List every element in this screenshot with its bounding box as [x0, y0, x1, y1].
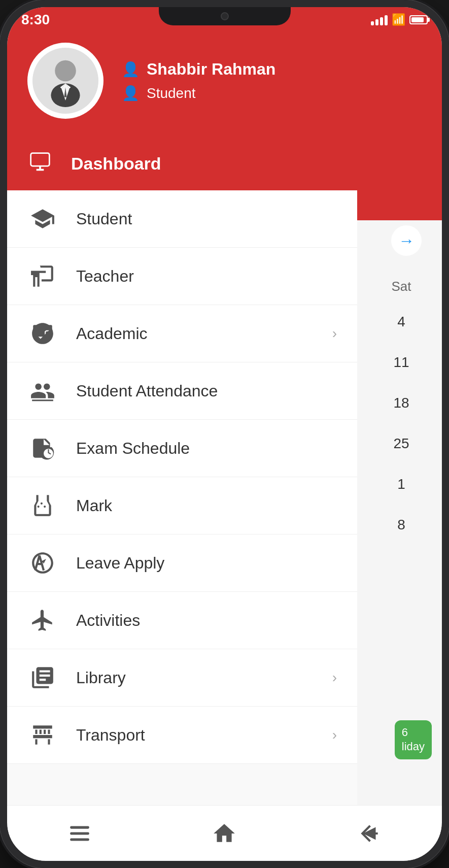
nav-menu-button[interactable] — [59, 813, 100, 854]
transport-chevron: › — [332, 727, 337, 743]
nav-back-button[interactable] — [349, 813, 390, 854]
library-label: Library — [76, 669, 314, 687]
user-name-text: Shabbir Rahman — [147, 60, 275, 79]
academic-icon — [27, 318, 58, 349]
avatar — [27, 43, 103, 119]
calendar-sat-header: Sat — [381, 271, 422, 302]
sidebar-item-exam[interactable]: Exam Schedule — [7, 420, 357, 477]
sidebar-item-leave[interactable]: Leave Apply — [7, 535, 357, 592]
user-role-icon: 👤 — [122, 85, 140, 102]
menu-list: Student Teacher — [7, 190, 357, 861]
dashboard-label: Dashboard — [71, 154, 161, 174]
student-label: Student — [76, 210, 337, 228]
sidebar-item-mark[interactable]: Mark — [7, 477, 357, 535]
holiday-badge: 6 liday — [395, 720, 432, 759]
svg-rect-7 — [31, 153, 50, 166]
home-icon — [212, 821, 237, 846]
academic-label: Academic — [76, 324, 314, 343]
library-icon — [27, 662, 58, 693]
sidebar: 👤 Shabbir Rahman 👤 Student — [7, 7, 357, 861]
mark-icon — [27, 490, 58, 521]
sidebar-item-student[interactable]: Student — [7, 190, 357, 248]
exam-icon — [27, 433, 58, 463]
leave-label: Leave Apply — [76, 554, 337, 573]
calendar-cell-25[interactable]: 25 — [381, 423, 422, 464]
sidebar-item-activities[interactable]: Activities — [7, 592, 357, 649]
back-icon — [357, 821, 382, 846]
calendar-sat-column: Sat 4 11 18 25 1 8 — [381, 271, 422, 545]
calendar-cell-1[interactable]: 1 — [381, 464, 422, 505]
student-icon — [27, 204, 58, 234]
mark-label: Mark — [76, 496, 337, 515]
signal-icon — [371, 14, 388, 25]
svg-rect-19 — [70, 832, 89, 834]
sidebar-item-academic[interactable]: Academic › — [7, 305, 357, 362]
arrow-right-icon: → — [398, 231, 415, 250]
user-name-icon: 👤 — [122, 61, 140, 78]
menu-icon — [67, 821, 92, 846]
attendance-icon — [27, 376, 58, 406]
activities-icon — [27, 605, 58, 636]
transport-label: Transport — [76, 726, 314, 745]
sidebar-item-attendance[interactable]: Student Attendance — [7, 362, 357, 420]
exam-label: Exam Schedule — [76, 439, 337, 458]
holiday-label: liday — [402, 740, 425, 753]
monitor-icon — [27, 150, 53, 177]
user-role-row: 👤 Student — [122, 85, 275, 102]
svg-rect-18 — [70, 826, 89, 828]
calendar-cell-11[interactable]: 11 — [381, 342, 422, 383]
sidebar-item-transport[interactable]: Transport › — [7, 707, 357, 764]
user-role-text: Student — [147, 85, 196, 102]
sidebar-item-library[interactable]: Library › — [7, 649, 357, 707]
svg-rect-10 — [33, 325, 40, 330]
library-chevron: › — [332, 670, 337, 686]
wifi-icon: 📶 — [392, 13, 405, 26]
teacher-icon — [27, 261, 58, 291]
svg-rect-11 — [41, 325, 52, 330]
phone-frame: 8:30 📶 → Sat — [0, 0, 449, 868]
activities-label: Activities — [76, 611, 337, 630]
user-info: 👤 Shabbir Rahman 👤 Student — [122, 60, 275, 102]
user-name-row: 👤 Shabbir Rahman — [122, 60, 275, 79]
leave-icon — [27, 548, 58, 578]
status-icons: 📶 — [371, 13, 428, 26]
battery-icon — [409, 15, 428, 24]
svg-point-1 — [55, 60, 76, 82]
holiday-number: 6 — [402, 726, 408, 739]
status-time: 8:30 — [21, 12, 50, 28]
screen: → Sat 4 11 18 25 1 8 6 liday — [7, 7, 442, 861]
academic-chevron: › — [332, 325, 337, 342]
sidebar-item-teacher[interactable]: Teacher — [7, 248, 357, 305]
sidebar-item-dashboard[interactable]: Dashboard — [7, 137, 357, 190]
attendance-label: Student Attendance — [76, 382, 337, 400]
calendar-nav-button[interactable]: → — [391, 225, 422, 256]
nav-home-button[interactable] — [204, 813, 245, 854]
transport-icon — [27, 720, 58, 750]
calendar-cell-4[interactable]: 4 — [381, 302, 422, 342]
avatar-image — [32, 48, 98, 114]
calendar-cell-18[interactable]: 18 — [381, 383, 422, 423]
bottom-nav — [7, 805, 442, 861]
svg-rect-13 — [46, 331, 52, 337]
svg-marker-21 — [363, 827, 376, 840]
status-bar: 8:30 📶 — [7, 7, 442, 32]
svg-rect-12 — [33, 331, 45, 337]
calendar-cell-8[interactable]: 8 — [381, 505, 422, 545]
svg-rect-20 — [70, 838, 89, 841]
teacher-label: Teacher — [76, 267, 337, 286]
